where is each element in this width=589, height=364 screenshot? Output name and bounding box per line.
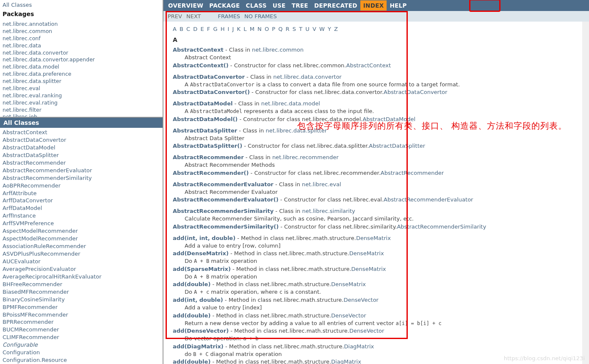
entry-type-link[interactable]: net.librec.eval	[302, 181, 341, 188]
entry-label[interactable]: add(double)	[173, 312, 210, 319]
alpha-H[interactable]: H	[221, 26, 225, 32]
entry-label[interactable]: AbstractDataModel	[173, 100, 232, 107]
entry-type-link[interactable]: net.librec.common	[252, 47, 304, 53]
class-link[interactable]: BHFreeRecommender	[3, 281, 160, 288]
entry-label[interactable]: add(DiagMatrix)	[173, 343, 224, 350]
nav-overview[interactable]: OVERVIEW	[165, 0, 206, 11]
alpha-A[interactable]: A	[173, 26, 177, 32]
class-link[interactable]: BiasedMFRecommender	[3, 288, 160, 296]
package-link[interactable]: net.librec.data.convertor	[3, 50, 160, 57]
class-link[interactable]: AbstractContext	[3, 129, 160, 136]
class-link[interactable]: BPMFRecommender	[3, 303, 160, 311]
package-link[interactable]: net.librec.data.model	[3, 63, 160, 71]
class-link[interactable]: AoBPRRecommender	[3, 182, 160, 190]
nav-class[interactable]: CLASS	[243, 0, 270, 11]
entry-label[interactable]: add(int, int, double)	[173, 235, 235, 241]
class-link[interactable]: AspectModelRecommender	[3, 227, 160, 235]
alpha-M[interactable]: M	[250, 26, 254, 32]
alpha-E[interactable]: E	[200, 26, 204, 32]
entry-type-link[interactable]: DenseVector	[349, 328, 384, 334]
package-link[interactable]: net.librec.eval	[3, 85, 160, 92]
class-link[interactable]: AveragePrecisionEvaluator	[3, 265, 160, 273]
alpha-J[interactable]: J	[232, 26, 234, 32]
alpha-N[interactable]: N	[257, 26, 262, 32]
entry-type-link[interactable]: DenseMatrix	[351, 266, 386, 272]
entry-type-link[interactable]: DenseVector	[343, 297, 378, 303]
class-link[interactable]: CLIMFRecommender	[3, 334, 160, 341]
entry-label[interactable]: add(int, double)	[173, 297, 223, 303]
entry-label[interactable]: AbstractDataSplitter	[173, 127, 237, 134]
alpha-I[interactable]: I	[228, 26, 230, 32]
nav-frames[interactable]: FRAMES	[218, 13, 241, 19]
class-link[interactable]: BUCMRecommender	[3, 326, 160, 334]
nav-noframes[interactable]: NO FRAMES	[244, 13, 277, 19]
entry-label[interactable]: AbstractContext()	[173, 62, 229, 69]
class-link[interactable]: Configuration	[3, 349, 160, 356]
alpha-U[interactable]: U	[305, 26, 310, 32]
entry-type-link[interactable]: AbstractDataSplitter	[369, 143, 425, 149]
entry-type-link[interactable]: DenseMatrix	[331, 281, 366, 287]
scrollbar-track[interactable]	[582, 22, 589, 364]
alpha-P[interactable]: P	[272, 26, 275, 32]
class-link[interactable]: ArffDataModel	[3, 204, 160, 212]
entry-label[interactable]: add(double)	[173, 358, 210, 364]
alpha-D[interactable]: D	[193, 26, 197, 32]
entry-label[interactable]: add(SparseMatrix)	[173, 266, 231, 272]
nav-deprecated[interactable]: DEPRECATED	[311, 0, 360, 11]
package-link[interactable]: net.librec.annotation	[3, 21, 160, 28]
entry-label[interactable]: AbstractContext	[173, 47, 224, 53]
nav-help[interactable]: HELP	[387, 0, 409, 11]
alpha-O[interactable]: O	[265, 26, 269, 32]
class-link[interactable]: Configurable	[3, 341, 160, 349]
package-link[interactable]: net.librec.common	[3, 28, 160, 35]
class-link[interactable]: AUCEvaluator	[3, 258, 160, 265]
package-link[interactable]: net.librec.data	[3, 42, 160, 50]
alpha-C[interactable]: C	[186, 26, 190, 32]
entry-label[interactable]: add(double)	[173, 281, 210, 287]
class-link[interactable]: AssociationRuleRecommender	[3, 243, 160, 250]
entry-type-link[interactable]: AbstractRecommenderSimilarity	[397, 223, 486, 230]
nav-use[interactable]: USE	[270, 0, 289, 11]
class-link[interactable]: BPoissMFRecommender	[3, 311, 160, 319]
entry-label[interactable]: AbstractRecommenderSimilarity()	[173, 223, 279, 230]
entry-label[interactable]: AbstractRecommender	[173, 154, 244, 160]
entry-type-link[interactable]: net.librec.similarity	[302, 208, 355, 214]
class-link[interactable]: BinaryCosineSimilarity	[3, 296, 160, 303]
entry-type-link[interactable]: DenseVector	[331, 312, 366, 319]
alpha-Z[interactable]: Z	[334, 26, 338, 32]
nav-index[interactable]: INDEX	[360, 0, 387, 11]
class-link[interactable]: AbstractRecommender	[3, 159, 160, 167]
entry-type-link[interactable]: DiagMatrix	[344, 343, 374, 350]
alpha-S[interactable]: S	[293, 26, 296, 32]
entry-type-link[interactable]: DenseMatrix	[349, 250, 384, 256]
class-link[interactable]: ArffAttribute	[3, 190, 160, 197]
entry-label[interactable]: AbstractRecommenderEvaluator	[173, 181, 274, 188]
alpha-R[interactable]: R	[286, 26, 290, 32]
class-link[interactable]: Configuration.Resource	[3, 356, 160, 364]
entry-label[interactable]: AbstractRecommenderEvaluator()	[173, 196, 279, 203]
class-link[interactable]: ArffSVMPreference	[3, 220, 160, 227]
package-link[interactable]: net.librec.data.convertor.appender	[3, 56, 160, 63]
package-link[interactable]: net.librec.job	[3, 113, 160, 118]
entry-label[interactable]: AbstractRecommender()	[173, 170, 249, 176]
class-link[interactable]: AverageReciprocalHitRankEvaluator	[3, 273, 160, 281]
entry-type-link[interactable]: net.librec.data.model	[261, 100, 320, 107]
class-link[interactable]: ASVDPlusPlusRecommender	[3, 250, 160, 258]
entry-type-link[interactable]: AbstractRecommender	[381, 170, 444, 176]
alpha-L[interactable]: L	[243, 26, 246, 32]
class-link[interactable]: AbstractDataSplitter	[3, 152, 160, 159]
entry-type-link[interactable]: AbstractDataConvertor	[384, 89, 447, 95]
nav-next[interactable]: NEXT	[186, 13, 201, 19]
entry-label[interactable]: add(DenseVector)	[173, 328, 229, 334]
package-link[interactable]: net.librec.data.splitter	[3, 78, 160, 85]
class-link[interactable]: AbstractRecommenderSimilarity	[3, 174, 160, 182]
package-link[interactable]: net.librec.data.preference	[3, 71, 160, 78]
entry-type-link[interactable]: DiagMatrix	[331, 358, 361, 364]
entry-label[interactable]: add(DenseMatrix)	[173, 250, 229, 256]
class-link[interactable]: ArffDataConvertor	[3, 197, 160, 204]
all-classes-link[interactable]: All Classes	[3, 2, 160, 8]
entry-type-link[interactable]: net.librec.recommender	[272, 154, 339, 160]
nav-prev[interactable]: PREV	[168, 13, 182, 19]
package-link[interactable]: net.librec.eval.ranking	[3, 92, 160, 99]
class-link[interactable]: AbstractDataConvertor	[3, 136, 160, 144]
